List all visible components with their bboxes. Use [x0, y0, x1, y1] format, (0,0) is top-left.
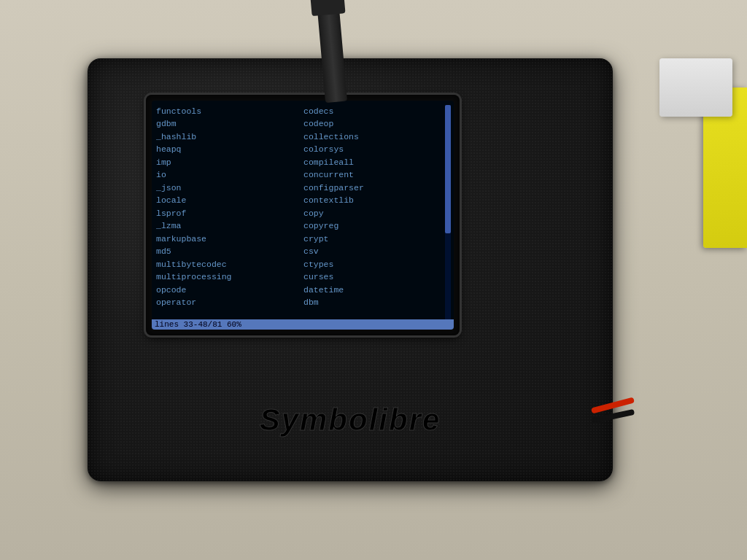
- list-item: io: [156, 168, 303, 181]
- scrollbar-thumb[interactable]: [445, 105, 451, 233]
- scrollbar[interactable]: [445, 105, 451, 319]
- list-item: markupbase: [156, 233, 303, 245]
- list-item: functools: [156, 105, 303, 117]
- list-item: ctypes: [303, 258, 451, 271]
- list-item: opcode: [156, 284, 303, 296]
- list-item: colorsys: [303, 143, 451, 155]
- list-item: heapq: [156, 143, 303, 155]
- white-box: [659, 58, 732, 117]
- photo-background: functools gdbm _hashlib heapq imp io _js…: [0, 0, 747, 560]
- list-item: _lzma: [156, 219, 303, 232]
- list-item: csv: [303, 245, 451, 257]
- list-item: operator: [156, 296, 303, 308]
- status-bar: lines 33-48/81 60%: [152, 319, 454, 330]
- list-item: configparser: [303, 182, 451, 194]
- brand-label: Symbolibre: [88, 402, 613, 438]
- list-item: concurrent: [303, 168, 451, 181]
- list-item: multibytecodec: [156, 258, 303, 271]
- list-item: dbm: [303, 296, 451, 308]
- list-item: contextlib: [303, 194, 451, 206]
- list-item: codecs: [303, 105, 451, 117]
- list-item: crypt: [303, 233, 451, 245]
- list-item: curses: [303, 271, 451, 283]
- list-item: compileall: [303, 156, 451, 168]
- list-item: copyreg: [303, 219, 451, 232]
- list-item: lsprof: [156, 207, 303, 219]
- screen-display: functools gdbm _hashlib heapq imp io _js…: [152, 101, 454, 330]
- right-column: codecs codeop collections colorsys compi…: [303, 105, 451, 319]
- list-item: copy: [303, 207, 451, 219]
- screen-bezel: functools gdbm _hashlib heapq imp io _js…: [146, 95, 460, 335]
- list-item: md5: [156, 245, 303, 257]
- list-item: gdbm: [156, 117, 303, 130]
- list-item: locale: [156, 194, 303, 206]
- list-item: codeop: [303, 117, 451, 130]
- list-item: _hashlib: [156, 131, 303, 143]
- list-item: imp: [156, 156, 303, 168]
- device-body: functools gdbm _hashlib heapq imp io _js…: [88, 58, 613, 481]
- list-item: datetime: [303, 284, 451, 296]
- list-item: multiprocessing: [156, 271, 303, 283]
- list-item: collections: [303, 131, 451, 143]
- left-column: functools gdbm _hashlib heapq imp io _js…: [156, 105, 303, 319]
- list-item: _json: [156, 182, 303, 194]
- screen-content: functools gdbm _hashlib heapq imp io _js…: [152, 101, 454, 319]
